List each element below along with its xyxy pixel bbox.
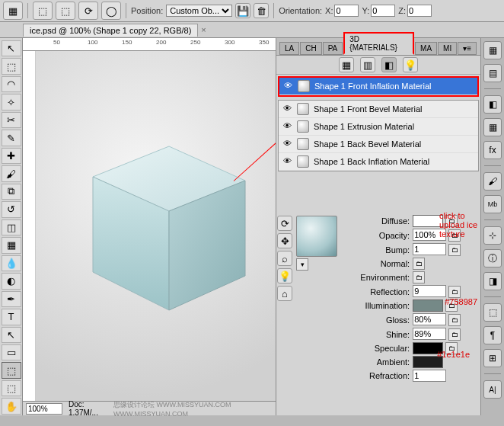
mb-panel-icon[interactable]: Mb xyxy=(483,195,502,213)
status-bar: Doc: 1.37M/... 思缘设计论坛 WWW.MISSYUAN.COM W… xyxy=(23,401,276,415)
cube-icon[interactable]: ⬚ xyxy=(33,2,53,20)
visibility-icon[interactable]: 👁 xyxy=(282,156,292,167)
panel-tab-bar: LA CH PA 3D {MATERIALS} MA MI ▾≡ xyxy=(276,38,480,56)
canvas[interactable] xyxy=(36,51,276,401)
eraser-tool[interactable]: ◫ xyxy=(2,219,21,235)
history-brush-tool[interactable]: ↺ xyxy=(2,201,21,217)
document-tab[interactable]: ice.psd @ 100% (Shape 1 copy 22, RGB/8) xyxy=(23,24,198,37)
crop-tool[interactable]: ✂ xyxy=(2,112,21,128)
bump-field[interactable] xyxy=(413,243,446,255)
shine-field[interactable] xyxy=(413,328,446,340)
styles-panel-icon[interactable]: fx xyxy=(483,141,502,159)
light-icon[interactable]: 💡 xyxy=(277,268,292,283)
marquee-tool[interactable]: ⬚ xyxy=(2,58,21,74)
visibility-icon[interactable]: 👁 xyxy=(282,81,293,91)
filter-material-icon[interactable]: ◧ xyxy=(381,57,397,72)
lasso-tool[interactable]: ◠ xyxy=(2,76,21,92)
material-row[interactable]: 👁Shape 1 Front Bevel Material xyxy=(279,101,478,118)
para-panel-icon[interactable]: ⊞ xyxy=(483,349,502,367)
material-row[interactable]: 👁Shape 1 Back Inflation Material xyxy=(279,153,478,171)
3d-tool[interactable]: ⬚ xyxy=(2,362,21,378)
annotation-ambient-hex: #1e1e1e xyxy=(437,350,470,359)
diffuse-label: Diffuse: xyxy=(342,214,411,228)
material-row[interactable]: 👁Shape 1 Back Bevel Material xyxy=(279,136,478,153)
adjust-panel-icon[interactable]: ⬚ xyxy=(483,303,502,322)
reflection-field[interactable] xyxy=(413,285,446,297)
tab-channels[interactable]: CH xyxy=(300,42,321,55)
material-name: Shape 1 Front Bevel Material xyxy=(314,104,422,114)
move-tool[interactable]: ↖ xyxy=(2,40,21,56)
illumination-swatch[interactable] xyxy=(413,299,443,312)
materials-list-rest: 👁Shape 1 Front Bevel Material 👁Shape 1 E… xyxy=(278,100,479,171)
normal-label: Normal: xyxy=(342,257,411,271)
orient-z-field[interactable] xyxy=(407,5,432,17)
tab-paths[interactable]: PA xyxy=(323,42,343,55)
path-select-tool[interactable]: ↖ xyxy=(2,327,21,343)
orbit-icon[interactable]: ⟳ xyxy=(78,2,98,20)
zoom-icon[interactable]: ⌕ xyxy=(277,251,292,266)
reflection-picker-icon[interactable]: 🗀 xyxy=(448,286,461,298)
material-ball-icon xyxy=(297,120,309,133)
material-row-selected[interactable]: 👁Shape 1 Front Inflation Material xyxy=(279,78,477,95)
tab-misc[interactable]: MI xyxy=(438,42,457,55)
tab-mask[interactable]: MA xyxy=(415,42,437,55)
material-preview[interactable] xyxy=(296,216,337,257)
tab-layers[interactable]: LA xyxy=(279,42,299,55)
blur-tool[interactable]: 💧 xyxy=(2,255,21,271)
bump-texture-picker[interactable]: 🗀 xyxy=(448,244,461,256)
filter-light-icon[interactable]: 💡 xyxy=(403,57,418,72)
home-icon[interactable]: ⌂ xyxy=(277,286,292,301)
sphere-icon[interactable]: ◯ xyxy=(101,2,121,20)
tab-3d-materials[interactable]: 3D {MATERIALS} xyxy=(343,32,414,55)
orbit-icon[interactable]: ⟳ xyxy=(277,216,292,231)
gloss-picker-icon[interactable]: 🗀 xyxy=(448,314,461,326)
nav-panel-icon[interactable]: ⊹ xyxy=(483,226,502,245)
color-panel-icon[interactable]: ◧ xyxy=(483,95,502,114)
pen-tool[interactable]: ✒ xyxy=(2,291,21,307)
orient-y-field[interactable] xyxy=(371,5,395,17)
environment-picker-icon[interactable]: 🗀 xyxy=(413,271,425,283)
refraction-field[interactable] xyxy=(413,370,446,382)
visibility-icon[interactable]: 👁 xyxy=(282,121,292,132)
info-panel-icon[interactable]: ⓘ xyxy=(483,249,502,267)
material-row[interactable]: 👁Shape 1 Extrusion Material xyxy=(279,118,478,136)
char-panel-icon[interactable]: ¶ xyxy=(483,326,502,344)
filter-mesh-icon[interactable]: ▥ xyxy=(360,57,375,72)
trash-icon[interactable]: 🗑 xyxy=(254,3,269,18)
panel-menu-icon[interactable]: ▾≡ xyxy=(458,42,477,55)
wand-tool[interactable]: ✧ xyxy=(2,94,21,110)
shine-picker-icon[interactable]: 🗀 xyxy=(448,328,461,341)
dodge-tool[interactable]: ◐ xyxy=(2,273,21,289)
position-select[interactable]: Custom Ob... xyxy=(166,5,232,17)
stamp-tool[interactable]: ⧉ xyxy=(2,184,21,200)
shape-tool[interactable]: ▭ xyxy=(2,344,21,360)
type-panel-icon[interactable]: A| xyxy=(483,380,502,399)
pan-icon[interactable]: ✥ xyxy=(277,233,292,248)
hand-tool[interactable]: ✋ xyxy=(2,398,21,414)
history-panel-icon[interactable]: ▦ xyxy=(483,41,502,59)
type-tool[interactable]: T xyxy=(2,309,21,325)
actions-panel-icon[interactable]: ▤ xyxy=(483,64,502,82)
close-tab-icon[interactable]: × xyxy=(201,25,206,34)
gloss-field[interactable] xyxy=(413,313,446,325)
swatches-panel-icon[interactable]: ▦ xyxy=(483,118,502,136)
save-icon[interactable]: 💾 xyxy=(235,3,250,18)
histogram-panel-icon[interactable]: ◨ xyxy=(483,272,502,290)
cube-wire-icon[interactable]: ⬚ xyxy=(56,2,75,20)
normal-picker-icon[interactable]: 🗀 xyxy=(413,258,425,270)
healing-tool[interactable]: ✚ xyxy=(2,148,21,164)
gradient-tool[interactable]: ▦ xyxy=(2,237,21,253)
ice-cube-object[interactable] xyxy=(81,123,257,322)
3d-camera-tool[interactable]: ⬚ xyxy=(2,380,21,396)
brush-panel-icon[interactable]: 🖌 xyxy=(483,172,502,191)
orient-x-field[interactable] xyxy=(334,5,359,17)
brush-tool[interactable]: 🖌 xyxy=(2,165,21,181)
eyedropper-tool[interactable]: ✎ xyxy=(2,130,21,146)
3d-paint-tools: ⟳ ✥ ⌕ 💡 ⌂ xyxy=(278,214,292,383)
visibility-icon[interactable]: 👁 xyxy=(282,139,292,149)
zoom-field[interactable] xyxy=(26,403,62,415)
tool-preset-icon[interactable]: ▦ xyxy=(3,2,23,20)
preview-picker-icon[interactable]: ▾ xyxy=(296,258,308,271)
visibility-icon[interactable]: 👁 xyxy=(282,104,292,114)
filter-scene-icon[interactable]: ▦ xyxy=(339,57,354,72)
